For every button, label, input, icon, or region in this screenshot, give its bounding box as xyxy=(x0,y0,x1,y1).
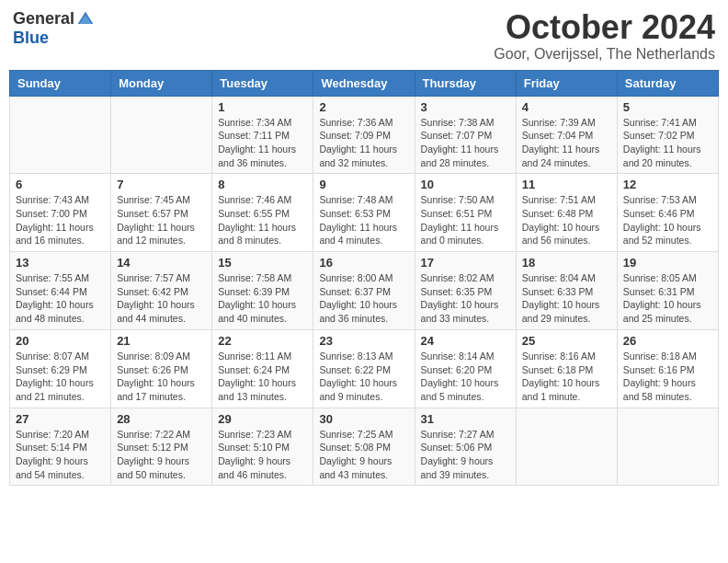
day-number: 12 xyxy=(623,178,712,191)
day-info: Sunrise: 8:14 AM Sunset: 6:20 PM Dayligh… xyxy=(421,350,510,404)
day-number: 30 xyxy=(319,412,408,426)
page-header: General Blue October 2024 Goor, Overijss… xyxy=(9,9,719,63)
calendar-cell: 28Sunrise: 7:22 AM Sunset: 5:12 PM Dayli… xyxy=(111,408,212,486)
day-info: Sunrise: 7:43 AM Sunset: 7:00 PM Dayligh… xyxy=(16,193,105,247)
day-info: Sunrise: 7:46 AM Sunset: 6:55 PM Dayligh… xyxy=(218,193,307,247)
logo-blue-text: Blue xyxy=(13,29,49,48)
day-number: 13 xyxy=(16,256,105,270)
calendar-cell: 7Sunrise: 7:45 AM Sunset: 6:57 PM Daylig… xyxy=(111,174,212,252)
day-number: 9 xyxy=(319,178,408,191)
day-of-week-header: Friday xyxy=(516,70,617,96)
day-info: Sunrise: 8:02 AM Sunset: 6:35 PM Dayligh… xyxy=(421,271,510,326)
calendar-cell: 18Sunrise: 8:04 AM Sunset: 6:33 PM Dayli… xyxy=(516,252,617,330)
day-of-week-header: Monday xyxy=(111,70,212,96)
calendar-week-row: 20Sunrise: 8:07 AM Sunset: 6:29 PM Dayli… xyxy=(10,329,719,408)
day-info: Sunrise: 8:00 AM Sunset: 6:37 PM Dayligh… xyxy=(319,271,408,326)
day-number: 16 xyxy=(319,256,408,270)
day-number: 31 xyxy=(421,412,510,426)
calendar-cell: 16Sunrise: 8:00 AM Sunset: 6:37 PM Dayli… xyxy=(313,252,415,330)
day-info: Sunrise: 7:53 AM Sunset: 6:46 PM Dayligh… xyxy=(623,193,712,247)
calendar-cell xyxy=(617,408,718,486)
day-info: Sunrise: 7:25 AM Sunset: 5:08 PM Dayligh… xyxy=(319,428,408,482)
calendar-cell: 21Sunrise: 8:09 AM Sunset: 6:26 PM Dayli… xyxy=(111,329,212,408)
day-number: 10 xyxy=(421,178,510,191)
day-of-week-header: Saturday xyxy=(617,70,718,96)
day-number: 22 xyxy=(218,334,307,348)
calendar-cell: 4Sunrise: 7:39 AM Sunset: 7:04 PM Daylig… xyxy=(516,96,617,174)
day-number: 14 xyxy=(117,256,206,270)
day-info: Sunrise: 8:09 AM Sunset: 6:26 PM Dayligh… xyxy=(117,350,206,404)
day-info: Sunrise: 7:20 AM Sunset: 5:14 PM Dayligh… xyxy=(16,428,105,482)
day-info: Sunrise: 7:58 AM Sunset: 6:39 PM Dayligh… xyxy=(218,271,307,326)
logo-icon xyxy=(76,10,95,29)
day-number: 21 xyxy=(117,334,206,348)
day-info: Sunrise: 7:55 AM Sunset: 6:44 PM Dayligh… xyxy=(16,271,105,326)
day-info: Sunrise: 8:04 AM Sunset: 6:33 PM Dayligh… xyxy=(522,271,611,326)
calendar-cell xyxy=(111,96,212,174)
calendar-week-row: 1Sunrise: 7:34 AM Sunset: 7:11 PM Daylig… xyxy=(10,96,719,174)
calendar-cell: 5Sunrise: 7:41 AM Sunset: 7:02 PM Daylig… xyxy=(617,96,718,174)
logo-general-text: General xyxy=(13,9,74,29)
day-number: 25 xyxy=(522,334,611,348)
day-number: 26 xyxy=(623,334,712,348)
calendar-cell: 8Sunrise: 7:46 AM Sunset: 6:55 PM Daylig… xyxy=(212,174,313,252)
day-info: Sunrise: 8:18 AM Sunset: 6:16 PM Dayligh… xyxy=(623,350,712,404)
calendar-cell: 14Sunrise: 7:57 AM Sunset: 6:42 PM Dayli… xyxy=(111,252,212,330)
calendar-cell: 6Sunrise: 7:43 AM Sunset: 7:00 PM Daylig… xyxy=(10,174,111,252)
day-of-week-header: Thursday xyxy=(415,70,516,96)
calendar-cell: 15Sunrise: 7:58 AM Sunset: 6:39 PM Dayli… xyxy=(212,252,313,330)
calendar-week-row: 27Sunrise: 7:20 AM Sunset: 5:14 PM Dayli… xyxy=(10,408,719,486)
day-number: 7 xyxy=(117,178,206,191)
calendar-cell: 30Sunrise: 7:25 AM Sunset: 5:08 PM Dayli… xyxy=(313,408,415,486)
calendar-cell: 11Sunrise: 7:51 AM Sunset: 6:48 PM Dayli… xyxy=(516,174,617,252)
day-of-week-header: Sunday xyxy=(10,70,111,96)
calendar-cell: 10Sunrise: 7:50 AM Sunset: 6:51 PM Dayli… xyxy=(415,174,516,252)
day-info: Sunrise: 7:38 AM Sunset: 7:07 PM Dayligh… xyxy=(421,116,510,170)
day-info: Sunrise: 7:45 AM Sunset: 6:57 PM Dayligh… xyxy=(117,193,206,247)
day-info: Sunrise: 7:22 AM Sunset: 5:12 PM Dayligh… xyxy=(117,428,206,482)
day-info: Sunrise: 7:34 AM Sunset: 7:11 PM Dayligh… xyxy=(218,116,307,170)
day-number: 29 xyxy=(218,412,307,426)
day-number: 1 xyxy=(218,100,307,114)
day-info: Sunrise: 8:05 AM Sunset: 6:31 PM Dayligh… xyxy=(623,271,712,326)
day-number: 27 xyxy=(16,412,105,426)
day-info: Sunrise: 7:41 AM Sunset: 7:02 PM Dayligh… xyxy=(623,116,712,170)
calendar-cell: 12Sunrise: 7:53 AM Sunset: 6:46 PM Dayli… xyxy=(617,174,718,252)
day-number: 15 xyxy=(218,256,307,270)
calendar-cell: 2Sunrise: 7:36 AM Sunset: 7:09 PM Daylig… xyxy=(313,96,415,174)
calendar-cell: 23Sunrise: 8:13 AM Sunset: 6:22 PM Dayli… xyxy=(313,329,415,408)
day-number: 2 xyxy=(319,100,408,114)
day-info: Sunrise: 8:11 AM Sunset: 6:24 PM Dayligh… xyxy=(218,350,307,404)
calendar-cell: 24Sunrise: 8:14 AM Sunset: 6:20 PM Dayli… xyxy=(415,329,516,408)
day-of-week-header: Tuesday xyxy=(212,70,313,96)
calendar-cell: 27Sunrise: 7:20 AM Sunset: 5:14 PM Dayli… xyxy=(10,408,111,486)
calendar-cell xyxy=(10,96,111,174)
calendar-cell: 25Sunrise: 8:16 AM Sunset: 6:18 PM Dayli… xyxy=(516,329,617,408)
day-number: 23 xyxy=(319,334,408,348)
calendar-cell: 17Sunrise: 8:02 AM Sunset: 6:35 PM Dayli… xyxy=(415,252,516,330)
day-number: 5 xyxy=(623,100,712,114)
calendar-cell xyxy=(516,408,617,486)
day-info: Sunrise: 7:36 AM Sunset: 7:09 PM Dayligh… xyxy=(319,116,408,170)
day-number: 6 xyxy=(16,178,105,191)
calendar-week-row: 13Sunrise: 7:55 AM Sunset: 6:44 PM Dayli… xyxy=(10,252,719,330)
location-text: Goor, Overijssel, The Netherlands xyxy=(494,46,715,63)
day-info: Sunrise: 7:51 AM Sunset: 6:48 PM Dayligh… xyxy=(522,193,611,247)
calendar-cell: 20Sunrise: 8:07 AM Sunset: 6:29 PM Dayli… xyxy=(10,329,111,408)
calendar-table: SundayMondayTuesdayWednesdayThursdayFrid… xyxy=(9,70,719,487)
day-info: Sunrise: 7:48 AM Sunset: 6:53 PM Dayligh… xyxy=(319,193,408,247)
day-number: 19 xyxy=(623,256,712,270)
day-number: 18 xyxy=(522,256,611,270)
day-number: 20 xyxy=(16,334,105,348)
day-number: 4 xyxy=(522,100,611,114)
day-info: Sunrise: 7:57 AM Sunset: 6:42 PM Dayligh… xyxy=(117,271,206,326)
day-info: Sunrise: 7:23 AM Sunset: 5:10 PM Dayligh… xyxy=(218,428,307,482)
calendar-cell: 29Sunrise: 7:23 AM Sunset: 5:10 PM Dayli… xyxy=(212,408,313,486)
day-info: Sunrise: 8:16 AM Sunset: 6:18 PM Dayligh… xyxy=(522,350,611,404)
day-number: 3 xyxy=(421,100,510,114)
day-number: 24 xyxy=(421,334,510,348)
day-info: Sunrise: 7:50 AM Sunset: 6:51 PM Dayligh… xyxy=(421,193,510,247)
day-number: 28 xyxy=(117,412,206,426)
title-area: October 2024 Goor, Overijssel, The Nethe… xyxy=(494,9,715,63)
calendar-cell: 9Sunrise: 7:48 AM Sunset: 6:53 PM Daylig… xyxy=(313,174,415,252)
